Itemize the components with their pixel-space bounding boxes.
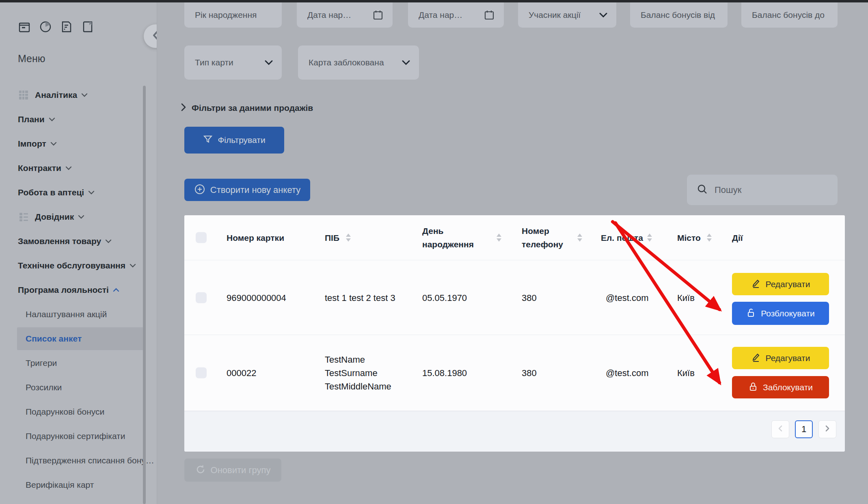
pie-chart-icon[interactable]: [39, 20, 52, 33]
edit-button[interactable]: Редагувати: [732, 273, 829, 295]
submenu-item-bonus-writeoff-confirm[interactable]: Підтвердження списання бону…: [0, 448, 157, 473]
sales-filters-expander[interactable]: Фільтри за даними продажів: [181, 100, 313, 116]
table-row: 000022 TestName TestSurname TestMiddleNa…: [184, 335, 845, 411]
sidebar-item-pharmacy-work[interactable]: Робота в аптеці: [0, 180, 157, 205]
column-header-birthday: День народження: [422, 224, 485, 251]
search-icon: [697, 184, 708, 197]
bonus-balance-from-field[interactable]: Баланс бонусів від: [630, 2, 728, 28]
calendar-icon: [372, 9, 384, 21]
sort-control-birthday[interactable]: [497, 234, 501, 242]
cell-email: @test.com: [606, 366, 648, 380]
cell-city: Київ: [677, 366, 695, 380]
card-type-select[interactable]: Тип карти: [184, 45, 282, 80]
sidebar-quick-icons: [18, 20, 94, 33]
sort-control-full-name[interactable]: [346, 234, 351, 242]
cell-card-number: 000022: [227, 366, 256, 380]
card-blocked-select[interactable]: Карта заблокована: [298, 45, 419, 80]
chevron-left-icon: [151, 30, 157, 42]
bonus-balance-to-field[interactable]: Баланс бонусів до: [741, 2, 838, 28]
cell-city: Київ: [677, 291, 695, 304]
sidebar-item-goods-order[interactable]: Замовлення товару: [0, 229, 157, 253]
sidebar-item-contracts[interactable]: Контракти: [0, 156, 157, 180]
block-button[interactable]: Заблокувати: [732, 376, 829, 398]
document-icon[interactable]: [60, 20, 73, 33]
sidebar-item-label: Замовлення товару: [18, 236, 101, 246]
sidebar-item-analytics[interactable]: Аналітика: [0, 83, 157, 107]
archive-box-icon[interactable]: [18, 20, 31, 33]
chevron-down-icon: [65, 166, 72, 170]
block-button-label: Заблокувати: [763, 383, 813, 392]
pagination-page-1[interactable]: 1: [795, 420, 813, 438]
chevron-left-icon: [777, 425, 783, 434]
birth-date-to-field[interactable]: Дата нар…: [408, 2, 504, 28]
cell-phone: 380: [522, 366, 537, 380]
sidebar-item-label: Плани: [18, 115, 45, 124]
edit-button-label: Редагувати: [766, 353, 810, 363]
sidebar-item-plans[interactable]: Плани: [0, 107, 157, 132]
field-placeholder: Дата нар…: [419, 10, 484, 20]
sidebar-scrollbar-thumb[interactable]: [143, 86, 146, 504]
select-all-checkbox[interactable]: [196, 232, 207, 243]
chevron-down-icon: [599, 13, 607, 17]
submenu-item-mailings[interactable]: Розсилки: [0, 375, 157, 400]
lock-open-icon: [746, 308, 756, 319]
sidebar-item-label: Імпорт: [18, 139, 46, 149]
filter-button[interactable]: Фільтрувати: [184, 127, 284, 154]
create-questionnaire-button[interactable]: Створити нову анкету: [184, 179, 310, 201]
sort-control-city[interactable]: [707, 234, 712, 242]
field-placeholder: Баланс бонусів від: [641, 10, 719, 20]
grid-table-icon: [18, 89, 29, 101]
submenu-item-card-verification[interactable]: Верифікація карт: [0, 473, 157, 497]
submenu-item-questionnaire-list[interactable]: Список анкет: [17, 327, 145, 350]
page: Меню Аналітика Плани: [0, 0, 868, 504]
sidebar-item-label: Програма лояльності: [18, 285, 109, 295]
book-icon[interactable]: [81, 20, 94, 33]
row-checkbox[interactable]: [196, 292, 207, 303]
search-input[interactable]: Пошук: [687, 175, 838, 205]
sidebar-item-directory[interactable]: Довідник: [0, 205, 157, 229]
submenu-item-gift-bonuses[interactable]: Подарункові бонуси: [0, 400, 157, 424]
table-header-row: Номер картки ПІБ День народження Номер т…: [184, 215, 845, 260]
submenu-item-gift-certificates[interactable]: Подарункові сертифікати: [0, 424, 157, 448]
pagination-next-button[interactable]: [818, 420, 836, 438]
year-of-birth-field[interactable]: Рік народження: [184, 2, 282, 28]
create-questionnaire-label: Створити нову анкету: [210, 185, 300, 195]
birth-date-from-field[interactable]: Дата нар…: [297, 2, 393, 28]
column-header-card-number: Номер картки: [227, 231, 284, 244]
update-group-button[interactable]: Оновити групу: [184, 459, 281, 482]
edit-button[interactable]: Редагувати: [732, 347, 829, 369]
submenu-item-promo-settings[interactable]: Налаштування акцій: [0, 302, 157, 327]
chevron-down-icon: [49, 117, 55, 121]
row-checkbox[interactable]: [196, 368, 207, 379]
sidebar-item-maintenance[interactable]: Технічне обслуговування: [0, 253, 157, 278]
chevron-down-icon: [78, 215, 84, 219]
filter-button-label: Фільтрувати: [218, 135, 265, 145]
promo-participant-select[interactable]: Учасник акції: [518, 2, 616, 28]
column-header-actions: Дії: [732, 231, 743, 244]
sidebar-item-label: Робота в аптеці: [18, 188, 84, 197]
cell-card-number: 969000000004: [227, 291, 286, 304]
update-group-label: Оновити групу: [211, 465, 271, 476]
sidebar-menu: Аналітика Плани Імпорт Контракти: [0, 83, 157, 302]
submenu-item-triggers[interactable]: Тригери: [0, 351, 157, 375]
sidebar-collapse-button[interactable]: [144, 24, 157, 48]
table-row: 969000000004 test 1 test 2 test 3 05.05.…: [184, 260, 845, 335]
column-header-phone: Номер телефону: [522, 224, 574, 251]
sidebar-item-import[interactable]: Імпорт: [0, 132, 157, 156]
unblock-button[interactable]: Розблокувати: [732, 302, 829, 325]
funnel-icon: [203, 134, 213, 146]
cell-email: @test.com: [606, 291, 648, 304]
field-placeholder: Дата нар…: [307, 10, 372, 20]
sidebar: Меню Аналітика Плани: [0, 2, 157, 504]
sidebar-item-loyalty-program[interactable]: Програма лояльності: [0, 278, 157, 302]
field-placeholder: Рік народження: [195, 10, 273, 20]
sales-filters-label: Фільтри за даними продажів: [192, 103, 313, 113]
chevron-down-icon: [265, 60, 273, 65]
sidebar-menu-title: Меню: [18, 53, 45, 65]
sidebar-item-label: Аналітика: [35, 90, 77, 100]
chevron-right-icon: [181, 103, 186, 113]
pagination-prev-button[interactable]: [771, 420, 789, 438]
field-placeholder: Баланс бонусів до: [752, 10, 829, 20]
sort-control-phone[interactable]: [577, 234, 582, 242]
sort-control-email[interactable]: [647, 234, 652, 242]
